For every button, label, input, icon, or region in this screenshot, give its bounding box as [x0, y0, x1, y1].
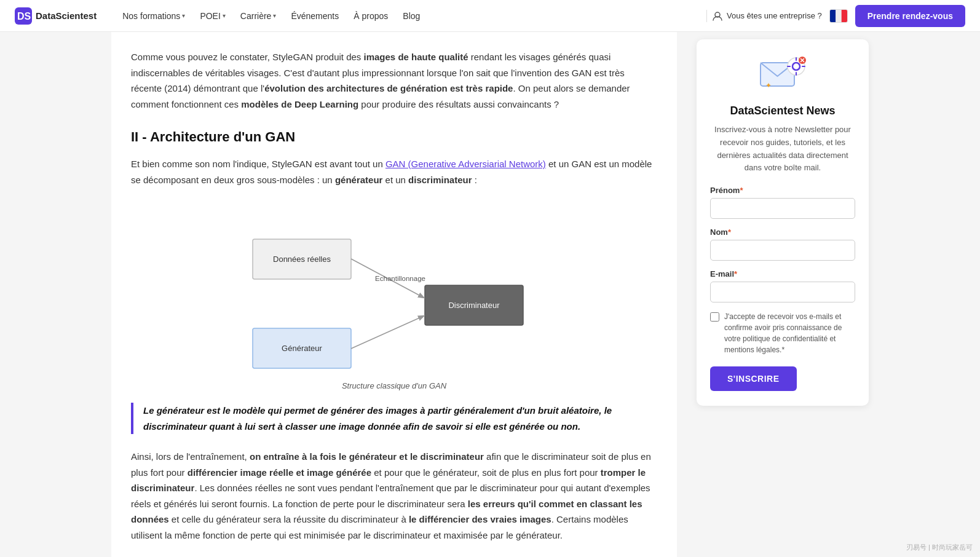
svg-text:Echantillonnage: Echantillonnage	[375, 275, 425, 282]
intro-paragraph: Comme vous pouvez le constater, StyleGAN…	[131, 49, 657, 112]
checkbox-row: J'accepte de recevoir vos e-mails et con…	[710, 311, 855, 355]
gan-link[interactable]: GAN (Generative Adversiarial Network)	[385, 159, 546, 169]
chevron-down-icon: ▾	[182, 12, 185, 19]
svg-rect-4	[836, 10, 841, 22]
consent-checkbox[interactable]	[710, 312, 719, 322]
rendez-vous-button[interactable]: Prendre rendez-vous	[855, 5, 965, 27]
prenom-group: Prénom*	[710, 186, 855, 219]
nav-a-propos[interactable]: À propos	[347, 7, 394, 25]
prenom-input[interactable]	[710, 198, 855, 219]
gan-diagram-svg: Données réelles Générateur Discriminateu…	[234, 202, 554, 374]
blockquote: Le générateur est le modèle qui permet d…	[131, 403, 657, 434]
svg-text:✦: ✦	[765, 81, 772, 90]
page-wrap: Comme vous pouvez le constater, StyleGAN…	[97, 32, 883, 557]
email-input[interactable]	[710, 282, 855, 302]
nav-divider	[706, 10, 707, 22]
main-content: Comme vous pouvez le constater, StyleGAN…	[111, 32, 677, 557]
svg-line-14	[351, 316, 424, 349]
consent-label[interactable]: J'accepte de recevoir vos e-mails et con…	[724, 311, 855, 355]
svg-text:Données réelles: Données réelles	[273, 255, 331, 264]
diagram-caption: Structure classique d'un GAN	[342, 381, 446, 390]
nav-poei[interactable]: POEI ▾	[194, 7, 231, 25]
logo-icon: DS	[15, 7, 32, 25]
nav-links: Nos formations ▾ POEI ▾ Carrière ▾ Événe…	[116, 7, 701, 25]
nav-blog[interactable]: Blog	[397, 7, 426, 25]
nav-evenements[interactable]: Événements	[285, 7, 345, 25]
logo-text: DataScientest	[36, 10, 97, 21]
newsletter-desc: Inscrivez-vous à notre Newsletter pour r…	[710, 124, 855, 175]
nav-enterprise[interactable]: Vous êtes une entreprise ?	[712, 10, 822, 22]
enterprise-icon	[712, 10, 723, 22]
svg-text:Générateur: Générateur	[282, 344, 322, 353]
nom-group: Nom*	[710, 227, 855, 261]
newsletter-icon: ✦	[758, 54, 807, 96]
french-flag-icon	[830, 10, 847, 22]
svg-text:DS: DS	[17, 11, 31, 22]
prenom-label: Prénom*	[710, 186, 855, 195]
navbar: DS DataScientest Nos formations ▾ POEI ▾…	[0, 0, 980, 32]
svg-rect-5	[841, 10, 847, 22]
watermark: 刃易号 | 时尚玩家岳可	[906, 543, 973, 552]
svg-rect-3	[830, 10, 836, 22]
newsletter-card: ✦ DataScientest News Inscrivez-vous à no…	[697, 39, 869, 406]
flag-france[interactable]	[829, 9, 848, 23]
inscrire-button[interactable]: S'INSCRIRE	[710, 366, 797, 391]
section-title: II - Architecture d'un GAN	[131, 129, 657, 145]
chevron-down-icon: ▾	[223, 12, 226, 19]
email-group: E-mail*	[710, 269, 855, 302]
logo[interactable]: DS DataScientest	[15, 7, 97, 25]
gan-diagram: Données réelles Générateur Discriminateu…	[131, 202, 657, 390]
nav-nos-formations[interactable]: Nos formations ▾	[116, 7, 191, 25]
nav-carriere[interactable]: Carrière ▾	[234, 7, 283, 25]
section-paragraph-1: Et bien comme son nom l'indique, StyleGA…	[131, 156, 657, 188]
svg-text:Discriminateur: Discriminateur	[448, 301, 500, 310]
newsletter-title: DataScientest News	[710, 105, 855, 117]
nav-right: Vous êtes une entreprise ? Prendre rende…	[712, 5, 965, 27]
sidebar: ✦ DataScientest News Inscrivez-vous à no…	[697, 39, 869, 406]
nom-label: Nom*	[710, 227, 855, 237]
nom-input[interactable]	[710, 240, 855, 261]
diagram-svg-wrap: Données réelles Générateur Discriminateu…	[234, 202, 554, 376]
bottom-paragraph: Ainsi, lors de l'entraînement, on entraî…	[131, 449, 657, 543]
newsletter-icon-wrap: ✦	[710, 54, 855, 96]
chevron-down-icon: ▾	[273, 12, 276, 19]
email-label: E-mail*	[710, 269, 855, 278]
